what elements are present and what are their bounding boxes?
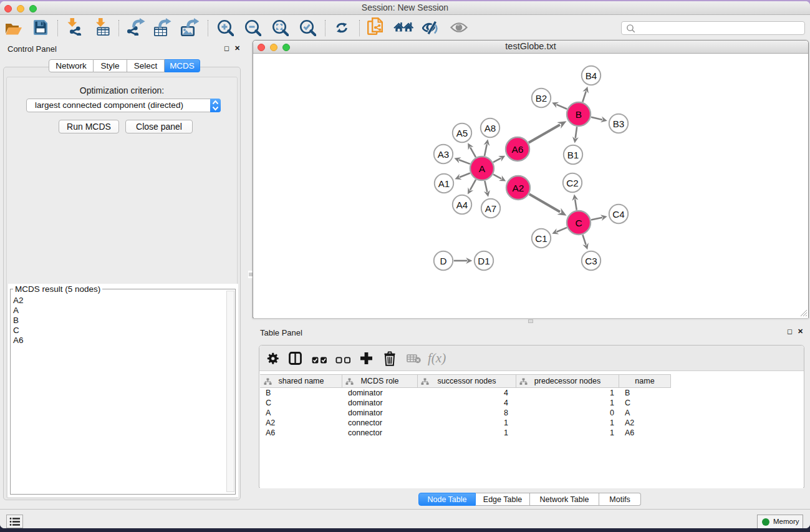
svg-text:C4: C4 bbox=[612, 209, 624, 220]
svg-text:A7: A7 bbox=[485, 203, 497, 214]
svg-text:B: B bbox=[576, 109, 582, 120]
svg-text:A6: A6 bbox=[512, 144, 524, 155]
svg-text:A: A bbox=[479, 163, 486, 174]
svg-text:B3: B3 bbox=[613, 118, 625, 129]
svg-text:D1: D1 bbox=[478, 256, 489, 266]
svg-text:A4: A4 bbox=[456, 200, 468, 210]
svg-text:C3: C3 bbox=[585, 256, 597, 266]
svg-text:C1: C1 bbox=[535, 233, 547, 244]
svg-text:C: C bbox=[575, 218, 582, 228]
svg-text:B4: B4 bbox=[586, 70, 597, 81]
svg-text:A1: A1 bbox=[438, 178, 450, 189]
svg-text:B1: B1 bbox=[567, 150, 579, 160]
svg-text:A8: A8 bbox=[485, 123, 496, 133]
svg-text:A5: A5 bbox=[456, 128, 468, 138]
svg-text:A3: A3 bbox=[438, 149, 450, 160]
svg-text:B2: B2 bbox=[536, 93, 547, 104]
svg-text:A2: A2 bbox=[513, 183, 524, 193]
svg-text:D: D bbox=[440, 256, 447, 266]
svg-text:C2: C2 bbox=[566, 178, 578, 188]
